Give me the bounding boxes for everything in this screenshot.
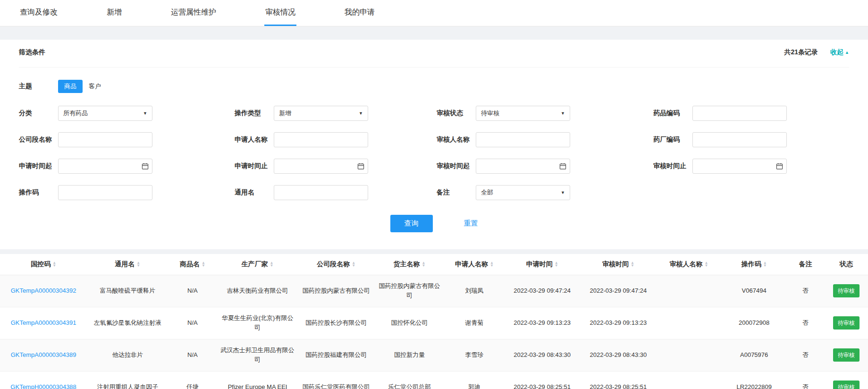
remark-select[interactable]: 全部 ▼ — [476, 185, 570, 200]
apply-time-to-input[interactable] — [274, 159, 368, 174]
col-review-time[interactable]: 审核时间▲▼ — [580, 254, 656, 275]
table-row: GKTempA00000304391 左氧氟沙星氯化钠注射液 N/A 华夏生生药… — [0, 307, 868, 339]
cell-product-name: N/A — [168, 339, 217, 371]
calendar-icon[interactable] — [776, 163, 783, 170]
col-remark: 备注 — [787, 254, 825, 275]
filter-field-review-time-from: 审核时间起 — [437, 158, 653, 174]
remark-label: 备注 — [437, 188, 476, 197]
cell-generic-name: 他达拉非片 — [87, 339, 168, 371]
filter-field-reviewer-name: 审核人名称 — [437, 132, 653, 148]
query-button[interactable]: 查询 — [390, 215, 433, 232]
topic-customer-chip[interactable]: 客户 — [83, 80, 107, 93]
col-owner-name[interactable]: 货主名称▲▼ — [374, 254, 445, 275]
collapse-link[interactable]: 收起 ▲ — [830, 48, 849, 57]
cell-operation-code: V067494 — [722, 275, 787, 307]
calendar-icon[interactable] — [357, 163, 364, 170]
col-applicant-name[interactable]: 申请人名称▲▼ — [445, 254, 504, 275]
col-company-segment[interactable]: 公司段名称▲▼ — [298, 254, 374, 275]
top-nav: 查询及修改 新增 运营属性维护 审核情况 我的申请 — [0, 0, 868, 26]
national-code-link[interactable]: GKTempH00000304388 — [10, 383, 76, 389]
company-name-input[interactable] — [58, 132, 152, 147]
col-generic-name[interactable]: 通用名▲▼ — [87, 254, 168, 275]
drug-code-input[interactable] — [692, 106, 787, 121]
factory-code-input[interactable] — [692, 132, 787, 147]
cell-review-time: 2022-03-29 08:43:30 — [580, 339, 656, 371]
review-time-to-label: 审核时间止 — [653, 162, 692, 170]
col-product-name[interactable]: 商品名▲▼ — [168, 254, 217, 275]
col-label: 状态 — [840, 260, 853, 269]
action-row: 查询 重置 — [19, 215, 849, 232]
cell-remark: 否 — [787, 371, 825, 389]
tab-query-modify[interactable]: 查询及修改 — [19, 0, 59, 26]
filter-field-category: 分类 所有药品 ▼ — [19, 105, 235, 121]
cell-applicant-name: 刘瑞凤 — [445, 275, 504, 307]
calendar-icon[interactable] — [142, 163, 149, 170]
col-label: 备注 — [799, 260, 812, 269]
col-reviewer-name[interactable]: 审核人名称▲▼ — [656, 254, 721, 275]
col-apply-time[interactable]: 申请时间▲▼ — [504, 254, 580, 275]
status-badge[interactable]: 待审核 — [833, 348, 860, 362]
cell-manufacturer: Pfizer Europe MA EEI — [217, 371, 298, 389]
applicant-name-input[interactable] — [274, 132, 368, 147]
cell-reviewer-name — [656, 339, 721, 371]
col-label: 审核人名称 — [670, 260, 703, 269]
tab-add-new[interactable]: 新增 — [106, 0, 123, 26]
apply-time-from-input[interactable] — [58, 159, 152, 174]
cell-manufacturer: 吉林天衡药业有限公司 — [217, 275, 298, 307]
cell-national-code: GKTempA00000304392 — [0, 275, 87, 307]
tab-operation-attr-maintenance[interactable]: 运营属性维护 — [170, 0, 217, 26]
chevron-down-icon: ▼ — [561, 111, 565, 116]
operation-type-select[interactable]: 新增 ▼ — [274, 106, 368, 121]
cell-operation-code: A0075976 — [722, 339, 787, 371]
national-code-link[interactable]: GKTempA00000304391 — [11, 319, 76, 326]
col-label: 申请人名称 — [455, 260, 488, 269]
op-code-label: 操作码 — [19, 188, 58, 197]
table-row: GKTempA00000304392 富马酸喹硫平缓释片 N/A 吉林天衡药业有… — [0, 275, 868, 307]
sort-icon: ▲▼ — [631, 262, 634, 267]
status-badge[interactable]: 待审核 — [833, 316, 860, 330]
tab-review-status[interactable]: 审核情况 — [264, 0, 296, 26]
cell-national-code: GKTempA00000304391 — [0, 307, 87, 339]
review-time-to-input[interactable] — [692, 159, 787, 174]
reviewer-name-label: 审核人名称 — [437, 135, 476, 144]
cell-manufacturer: 武汉杰士邦卫生用品有限公司 — [217, 339, 298, 371]
sort-icon: ▲▼ — [352, 262, 355, 267]
filter-field-generic-name: 通用名 — [235, 185, 437, 201]
status-badge[interactable]: 待审核 — [833, 381, 860, 389]
cell-company-segment: 国药乐仁堂医药有限公司 — [298, 371, 374, 389]
filter-field-drug-code: 药品编码 — [653, 105, 849, 121]
cell-company-segment: 国药控股内蒙古有限公司 — [298, 275, 374, 307]
col-label: 公司段名称 — [317, 260, 350, 269]
generic-name-input[interactable] — [274, 185, 368, 200]
calendar-icon[interactable] — [559, 163, 566, 170]
cell-remark: 否 — [787, 275, 825, 307]
applicant-name-label: 申请人名称 — [235, 135, 274, 144]
col-manufacturer[interactable]: 生产厂家▲▼ — [217, 254, 298, 275]
reset-link[interactable]: 重置 — [464, 219, 478, 228]
reviewer-name-input[interactable] — [476, 132, 570, 147]
col-national-code[interactable]: 国控码▲▼ — [0, 254, 87, 275]
company-name-label: 公司段名称 — [19, 135, 58, 144]
review-status-select[interactable]: 待审核 ▼ — [476, 106, 570, 121]
status-badge[interactable]: 待审核 — [833, 284, 860, 298]
sort-icon: ▲▼ — [705, 262, 708, 267]
review-time-from-input[interactable] — [476, 159, 570, 174]
category-select[interactable]: 所有药品 ▼ — [58, 106, 152, 121]
cell-reviewer-name — [656, 371, 721, 389]
filter-field-applicant-name: 申请人名称 — [235, 132, 437, 148]
cell-manufacturer: 华夏生生药业(北京)有限公司 — [217, 307, 298, 339]
chevron-down-icon: ▼ — [143, 111, 147, 116]
col-operation-code[interactable]: 操作码▲▼ — [722, 254, 787, 275]
topic-product-chip[interactable]: 商品 — [58, 80, 83, 93]
sort-icon: ▲▼ — [136, 262, 140, 267]
op-code-input[interactable] — [58, 185, 152, 200]
cell-status: 待审核 — [825, 339, 868, 371]
cell-status: 待审核 — [825, 307, 868, 339]
record-count: 共21条记录 — [784, 48, 818, 57]
sort-icon: ▲▼ — [421, 262, 425, 267]
category-selected-value: 所有药品 — [63, 109, 88, 118]
national-code-link[interactable]: GKTempA00000304389 — [11, 351, 76, 358]
operation-type-selected-value: 新增 — [279, 109, 291, 118]
national-code-link[interactable]: GKTempA00000304392 — [11, 287, 76, 294]
tab-my-applications[interactable]: 我的申请 — [344, 0, 376, 26]
